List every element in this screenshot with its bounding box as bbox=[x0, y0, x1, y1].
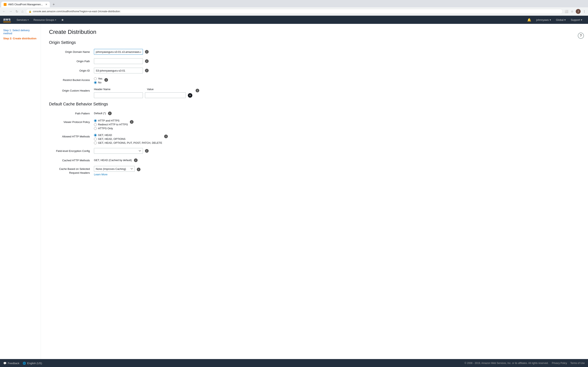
origin-id-input[interactable] bbox=[94, 68, 143, 73]
step1-label: Step 1: Select delivery method bbox=[3, 29, 30, 35]
new-tab-button[interactable]: + bbox=[52, 2, 56, 7]
support-label: Support bbox=[571, 18, 580, 21]
aws-logo[interactable]: aws bbox=[3, 17, 11, 22]
cache-settings-title: Default Cache Behavior Settings bbox=[49, 102, 257, 106]
menu-icon[interactable]: ⋮ bbox=[582, 9, 586, 13]
support-menu[interactable]: Support ▾ bbox=[568, 18, 585, 21]
page-layout: Step 1: Select delivery method Step 2: C… bbox=[0, 24, 588, 359]
origin-domain-name-control: i bbox=[94, 49, 257, 55]
origin-domain-name-input[interactable] bbox=[94, 49, 143, 55]
reload-button[interactable]: ↻ bbox=[15, 9, 19, 14]
viewer-protocol-row: Viewer Protocol Policy HTTP and HTTPS Re… bbox=[49, 119, 257, 130]
redirect-https-option[interactable]: Redirect HTTP to HTTPS bbox=[94, 123, 128, 126]
aws-logo-underline bbox=[3, 22, 11, 22]
field-level-encryption-label: Field-level Encryption Config bbox=[49, 148, 94, 153]
privacy-policy-link[interactable]: Privacy Policy bbox=[552, 362, 567, 365]
lock-icon: 🔒 bbox=[29, 10, 32, 13]
field-level-encryption-control: i bbox=[94, 148, 257, 154]
headers-inputs: + bbox=[94, 92, 192, 98]
help-icon[interactable]: ? bbox=[578, 33, 584, 39]
restrict-bucket-info-icon[interactable]: i bbox=[104, 78, 108, 82]
cast-icon[interactable]: ⬜ bbox=[564, 9, 568, 13]
get-head-options-radio[interactable] bbox=[94, 138, 97, 141]
resource-groups-nav-item[interactable]: Resource Groups ▾ bbox=[31, 16, 59, 24]
origin-path-input[interactable] bbox=[94, 58, 143, 64]
back-button[interactable]: ← bbox=[2, 9, 7, 14]
cached-http-control: GET, HEAD (Cached by default) i bbox=[94, 157, 257, 162]
https-only-label: HTTPS Only bbox=[98, 127, 113, 130]
origin-custom-headers-row: Origin Custom Headers Header Name Value … bbox=[49, 88, 257, 98]
sidebar: Step 1: Select delivery method Step 2: C… bbox=[0, 24, 41, 359]
support-chevron-icon: ▾ bbox=[581, 18, 582, 21]
header-value-input[interactable] bbox=[145, 92, 186, 98]
header-name-col-label: Header Name bbox=[94, 88, 143, 91]
favorites-icon[interactable]: ★ bbox=[59, 18, 66, 22]
origin-path-control: i bbox=[94, 58, 257, 64]
get-head-options-option[interactable]: GET, HEAD, OPTIONS bbox=[94, 137, 162, 141]
restrict-bucket-label: Restrict Bucket Access bbox=[49, 77, 94, 82]
http-https-radio[interactable] bbox=[94, 119, 97, 122]
forward-button[interactable]: → bbox=[8, 9, 13, 14]
active-tab[interactable]: AWS CloudFront Managemen... ✕ bbox=[1, 2, 50, 7]
origin-path-row: Origin Path i bbox=[49, 58, 257, 64]
aws-nav: aws Services ▾ Resource Groups ▾ ★ 🔔 joh… bbox=[0, 16, 588, 24]
get-head-radio[interactable] bbox=[94, 134, 97, 137]
http-https-option[interactable]: HTTP and HTTPS bbox=[94, 119, 128, 122]
restrict-yes-option[interactable]: Yes bbox=[94, 77, 102, 80]
headers-section: Header Name Value + bbox=[94, 88, 192, 98]
user-menu[interactable]: johnnyaws ▾ bbox=[534, 18, 553, 21]
page-title: Create Distribution bbox=[49, 29, 257, 35]
https-only-radio[interactable] bbox=[94, 127, 97, 130]
header-name-input[interactable] bbox=[94, 92, 143, 98]
cache-based-label: Cache Based on Selected Request Headers bbox=[49, 166, 94, 175]
url-text: console.aws.amazon.com/cloudfront/home?r… bbox=[33, 10, 121, 13]
bookmark-icon[interactable]: ☆ bbox=[570, 9, 574, 13]
feedback-button[interactable]: 💬 Feedback bbox=[3, 362, 19, 365]
https-only-option[interactable]: HTTPS Only bbox=[94, 127, 128, 130]
url-box[interactable]: 🔒 console.aws.amazon.com/cloudfront/home… bbox=[26, 9, 563, 14]
learn-more-link[interactable]: Learn More bbox=[94, 173, 107, 176]
tab-close-button[interactable]: ✕ bbox=[45, 3, 47, 6]
viewer-protocol-control: HTTP and HTTPS Redirect HTTP to HTTPS HT… bbox=[94, 119, 257, 130]
field-level-encryption-select[interactable] bbox=[94, 148, 143, 154]
field-level-encryption-row: Field-level Encryption Config i bbox=[49, 148, 257, 154]
notifications-bell-icon[interactable]: 🔔 bbox=[525, 18, 534, 22]
origin-custom-headers-info-icon[interactable]: i bbox=[196, 89, 199, 92]
cached-http-row: Cached HTTP Methods GET, HEAD (Cached by… bbox=[49, 157, 257, 162]
tab-bar: AWS CloudFront Managemen... ✕ + bbox=[0, 0, 588, 7]
origin-domain-name-info-icon[interactable]: i bbox=[145, 50, 149, 54]
cached-http-value: GET, HEAD (Cached by default) bbox=[94, 157, 132, 162]
globe-icon: 🌐 bbox=[23, 362, 26, 365]
get-head-all-radio[interactable] bbox=[94, 142, 97, 144]
path-pattern-value: Default (*) bbox=[94, 110, 106, 115]
home-button[interactable]: ⌂ bbox=[21, 9, 24, 14]
origin-id-info-icon[interactable]: i bbox=[145, 69, 149, 72]
origin-custom-headers-label: Origin Custom Headers bbox=[49, 88, 94, 92]
origin-path-info-icon[interactable]: i bbox=[145, 59, 149, 63]
add-header-button[interactable]: + bbox=[188, 93, 192, 98]
services-nav-item[interactable]: Services ▾ bbox=[14, 16, 31, 24]
origin-custom-headers-control: Header Name Value + i bbox=[94, 88, 257, 98]
restrict-no-radio[interactable] bbox=[94, 81, 97, 84]
restrict-yes-radio[interactable] bbox=[94, 77, 97, 80]
path-pattern-info-icon[interactable]: i bbox=[108, 111, 112, 115]
restrict-no-label: No bbox=[98, 81, 102, 84]
allowed-http-info-icon[interactable]: i bbox=[164, 134, 168, 138]
sidebar-step1[interactable]: Step 1: Select delivery method bbox=[3, 29, 37, 35]
viewer-protocol-info-icon[interactable]: i bbox=[130, 120, 134, 124]
restrict-no-option[interactable]: No bbox=[94, 81, 102, 84]
cache-based-select[interactable]: None (Improves Caching) Whitelist All bbox=[94, 166, 135, 172]
get-head-all-option[interactable]: GET, HEAD, OPTIONS, PUT, POST, PATCH, DE… bbox=[94, 141, 162, 144]
get-head-option[interactable]: GET, HEAD bbox=[94, 133, 162, 137]
restrict-bucket-control: Yes No i bbox=[94, 77, 257, 84]
region-menu[interactable]: Global ▾ bbox=[553, 18, 568, 21]
http-https-label: HTTP and HTTPS bbox=[98, 119, 120, 122]
user-avatar[interactable]: J bbox=[576, 9, 581, 14]
redirect-https-radio[interactable] bbox=[94, 123, 97, 126]
terms-of-use-link[interactable]: Terms of Use bbox=[570, 362, 585, 365]
language-selector[interactable]: 🌐 English (US) bbox=[23, 362, 42, 365]
cache-based-info-icon[interactable]: i bbox=[137, 167, 140, 171]
cached-http-info-icon[interactable]: i bbox=[134, 158, 138, 162]
field-level-encryption-info-icon[interactable]: i bbox=[145, 149, 149, 153]
sidebar-step2[interactable]: Step 2: Create distribution bbox=[3, 37, 37, 40]
